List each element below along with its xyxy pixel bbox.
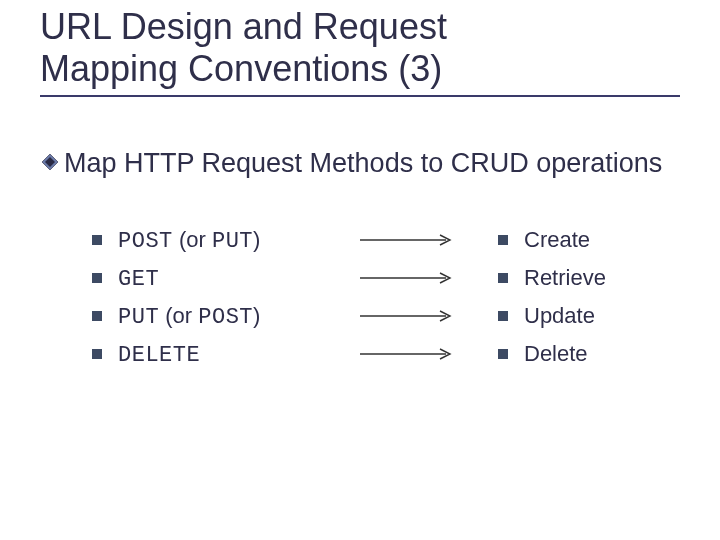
- mapping-list: POST (or PUT) Create GET: [92, 221, 700, 373]
- square-bullet-icon: [92, 349, 102, 359]
- square-bullet-icon: [498, 311, 508, 321]
- square-bullet-icon: [92, 311, 102, 321]
- http-method: GET: [118, 265, 348, 292]
- list-item: POST (or PUT) Create: [92, 221, 700, 259]
- slide: URL Design and Request Mapping Conventio…: [0, 0, 720, 393]
- list-item: GET Retrieve: [92, 259, 700, 297]
- crud-op: Retrieve: [524, 265, 606, 291]
- crud-op: Create: [524, 227, 590, 253]
- title-line-1: URL Design and Request: [40, 6, 447, 47]
- slide-title: URL Design and Request Mapping Conventio…: [40, 6, 700, 91]
- http-method: POST (or PUT): [118, 227, 348, 254]
- square-bullet-icon: [92, 235, 102, 245]
- http-method: DELETE: [118, 341, 348, 368]
- arrow-icon: [348, 271, 468, 285]
- square-bullet-icon: [498, 273, 508, 283]
- title-line-2: Mapping Conventions (3): [40, 48, 442, 89]
- square-bullet-icon: [498, 235, 508, 245]
- http-method: PUT (or POST): [118, 303, 348, 330]
- arrow-icon: [348, 309, 468, 323]
- title-underline: [40, 95, 680, 97]
- main-bullet-row: Map HTTP Request Methods to CRUD operati…: [42, 145, 700, 181]
- square-bullet-icon: [498, 349, 508, 359]
- crud-op: Update: [524, 303, 595, 329]
- square-bullet-icon: [92, 273, 102, 283]
- main-bullet-text: Map HTTP Request Methods to CRUD operati…: [64, 145, 662, 181]
- diamond-icon: [42, 154, 58, 170]
- arrow-icon: [348, 233, 468, 247]
- crud-op: Delete: [524, 341, 588, 367]
- arrow-icon: [348, 347, 468, 361]
- list-item: PUT (or POST) Update: [92, 297, 700, 335]
- list-item: DELETE Delete: [92, 335, 700, 373]
